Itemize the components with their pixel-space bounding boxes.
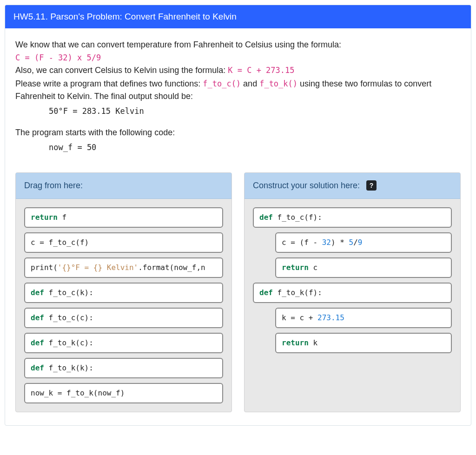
code-block[interactable]: def f_to_k(k): [24,358,223,378]
code-block[interactable]: k = c + 273.15 [275,308,452,328]
formula-1: C = (F - 32) x 5/9 [15,52,461,64]
intro-text-1: We know that we can convert temperature … [15,39,461,51]
intro-text-3: Please write a program that defines two … [15,78,461,103]
expected-output: 50°F = 283.15 Kelvin [49,106,461,118]
code-block[interactable]: print('{}°F = {} Kelvin'.format(now_f,n [24,257,223,278]
code-block[interactable]: c = f_to_c(f) [24,232,223,253]
intro-3b: and [241,79,259,88]
target-pool: Construct your solution here: ? def f_to… [244,172,461,412]
code-block[interactable]: def f_to_k(c): [24,333,223,353]
starts-with-text: The program starts with the following co… [15,126,461,139]
intro-text-2: Also, we can convert Celsius to Kelvin u… [15,64,461,77]
code-block[interactable]: return c [275,257,452,278]
source-pool-body[interactable]: return fc = f_to_c(f)print('{}°F = {} Ke… [16,199,231,412]
code-block[interactable]: return k [275,333,452,353]
question-header: HW5.11. Parson's Problem: Convert Fahren… [5,5,471,28]
func-name-2: f_to_k() [259,79,298,88]
source-pool-header: Drag from here: [16,173,231,199]
target-pool-body[interactable]: def f_to_c(f):c = (f - 32) * 5/9return c… [245,199,460,362]
help-icon[interactable]: ? [366,180,377,191]
source-header-label: Drag from here: [24,179,83,192]
target-header-label: Construct your solution here: [253,179,360,192]
code-block[interactable]: now_k = f_to_k(now_f) [24,383,223,403]
code-block[interactable]: def f_to_c(k): [24,283,223,303]
intro-2a: Also, we can convert Celsius to Kelvin u… [15,66,228,75]
code-block[interactable]: def f_to_c(f): [253,207,452,228]
code-block[interactable]: c = (f - 32) * 5/9 [275,232,452,253]
question-card: HW5.11. Parson's Problem: Convert Fahren… [5,5,471,426]
intro-3a: Please write a program that defines two … [15,79,203,88]
formula-2: K = C + 273.15 [228,66,294,75]
func-name-1: f_to_c() [203,79,241,88]
question-body: We know that we can convert temperature … [5,28,471,425]
source-pool: Drag from here: return fc = f_to_c(f)pri… [15,172,232,412]
code-block[interactable]: def f_to_c(c): [24,308,223,328]
code-block[interactable]: def f_to_k(f): [253,283,452,303]
parsons-container: Drag from here: return fc = f_to_c(f)pri… [15,172,461,412]
target-pool-header: Construct your solution here: ? [245,173,460,199]
start-code: now_f = 50 [49,142,461,154]
code-block[interactable]: return f [24,207,223,228]
